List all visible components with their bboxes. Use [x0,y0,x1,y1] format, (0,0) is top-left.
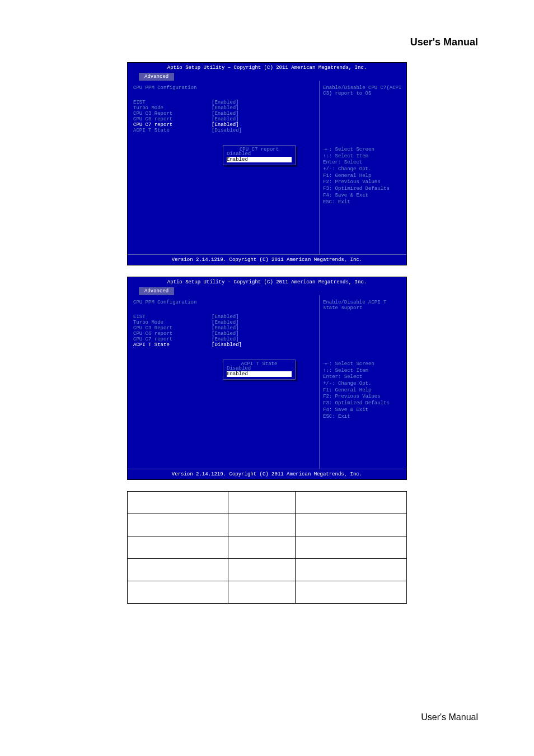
bios-screen-1: Aptio Setup Utility – Copyright (C) 2011… [127,62,407,265]
config-row-tstate[interactable]: ACPI T State[Disabled] [133,342,313,348]
table-row [128,581,407,604]
config-row-c7[interactable]: CPU C7 report[Enabled] [133,337,313,342]
popup-acpi-tstate: ACPI T State Disabled Enabled [223,360,296,380]
config-row-tstate[interactable]: ACPI T State[Disabled] [133,128,313,133]
settings-table [127,491,407,604]
popup-option-enabled[interactable]: Enabled [227,157,292,162]
config-row-eist[interactable]: EIST[Enabled] [133,314,313,320]
bios-screen-2: Aptio Setup Utility – Copyright (C) 2011… [127,277,407,480]
bios-tab-advanced[interactable]: Advanced [139,287,174,295]
config-row-c7[interactable]: CPU C7 report[Enabled] [133,122,313,128]
table-row [128,536,407,559]
config-row-turbo[interactable]: Turbo Mode[Enabled] [133,320,313,325]
config-row-c6[interactable]: CPU C6 report[Enabled] [133,116,313,122]
page-header: User's Manual [0,0,534,59]
config-row-c3[interactable]: CPU C3 Report[Enabled] [133,111,313,116]
config-row-eist[interactable]: EIST[Enabled] [133,100,313,105]
popup-c7-report: CPU C7 report Disabled Enabled [223,145,296,165]
config-row-c6[interactable]: CPU C6 report[Enabled] [133,331,313,337]
help-description: Enable/Disable ACPI T state support [323,300,403,311]
bios-title: Aptio Setup Utility – Copyright (C) 2011… [128,63,406,73]
table-row [128,514,407,536]
config-section-title: CPU PPM Configuration [133,300,313,305]
bios-tab-advanced[interactable]: Advanced [139,73,174,81]
config-section-title: CPU PPM Configuration [133,85,313,91]
bios-title: Aptio Setup Utility – Copyright (C) 2011… [128,277,406,287]
bios-footer: Version 2.14.1219. Copyright (C) 2011 Am… [128,254,406,265]
bios-footer: Version 2.14.1219. Copyright (C) 2011 Am… [128,469,406,479]
popup-option-enabled[interactable]: Enabled [227,371,292,377]
help-description: Enable/Disable CPU C7(ACPI C3) report to… [323,85,403,96]
help-keys: →←: Select Screen ↑↓: Select Item Enter:… [323,147,403,206]
page-footer: User's Manual [421,712,478,722]
config-row-c3[interactable]: CPU C3 Report[Enabled] [133,325,313,331]
table-row [128,492,407,514]
config-row-turbo[interactable]: Turbo Mode[Enabled] [133,105,313,111]
help-keys: →←: Select Screen ↑↓: Select Item Enter:… [323,361,403,420]
table-row [128,559,407,581]
